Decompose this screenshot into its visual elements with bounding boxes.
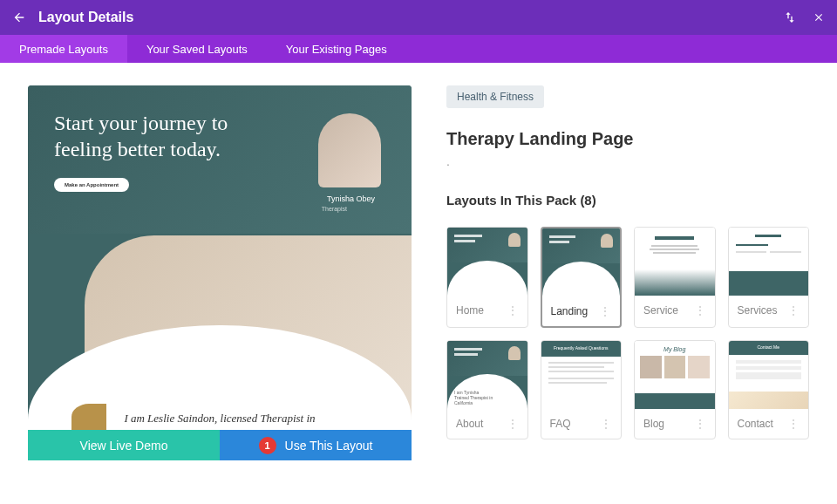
layout-name: Blog — [643, 418, 664, 430]
layout-card-contact[interactable]: Contact Me Contact ⋮ — [728, 340, 810, 439]
kebab-icon[interactable]: ⋮ — [787, 418, 800, 430]
layout-card-services[interactable]: Services ⋮ — [728, 227, 810, 328]
layout-name: Services — [738, 304, 778, 317]
header-title: Layout Details — [38, 10, 133, 25]
preview-bottom-text: I am Leslie Saindon, licensed Therapist … — [124, 412, 315, 426]
close-icon[interactable] — [813, 11, 825, 24]
layout-card-faq[interactable]: Frequently Asked Questions FAQ ⋮ — [541, 340, 623, 439]
layouts-grid: Home ⋮ Landing ⋮ — [446, 227, 809, 439]
preview-image: Start your journey to feeling better tod… — [28, 85, 412, 430]
back-icon[interactable] — [12, 10, 26, 24]
tab-premade-layouts[interactable]: Premade Layouts — [0, 35, 127, 63]
layout-name: Service — [643, 304, 678, 317]
pack-title: Layouts In This Pack (8) — [446, 193, 809, 208]
preview-avatar-name: Tynisha Obey — [327, 194, 375, 203]
preview-headline: Start your journey to feeling better tod… — [54, 110, 237, 162]
category-badge[interactable]: Health & Fitness — [446, 85, 544, 108]
kebab-icon[interactable]: ⋮ — [787, 304, 800, 317]
use-layout-label: Use This Layout — [285, 439, 373, 453]
layout-name: Contact — [738, 418, 773, 430]
use-layout-button[interactable]: 1 Use This Layout — [220, 430, 412, 460]
kebab-icon[interactable]: ⋮ — [507, 418, 519, 430]
tab-saved-layouts[interactable]: Your Saved Layouts — [127, 35, 267, 63]
preview-panel: Start your journey to feeling better tod… — [28, 85, 412, 460]
kebab-icon[interactable]: ⋮ — [694, 418, 706, 430]
sort-icon[interactable] — [783, 10, 797, 24]
layout-card-service[interactable]: Service ⋮ — [634, 227, 716, 328]
details-panel: Health & Fitness Therapy Landing Page . … — [446, 85, 809, 460]
layout-card-landing[interactable]: Landing ⋮ — [541, 227, 623, 328]
kebab-icon[interactable]: ⋮ — [600, 418, 612, 430]
layout-name: Landing — [551, 305, 589, 317]
preview-avatar — [318, 113, 381, 187]
preview-avatar-role: Therapist — [322, 206, 347, 212]
layout-name: Home — [456, 304, 484, 317]
layout-name: FAQ — [550, 418, 571, 430]
page-subtitle: . — [446, 154, 809, 168]
page-title: Therapy Landing Page — [446, 129, 809, 149]
layout-card-about[interactable]: I am TynishaTrained Therapist inCaliforn… — [446, 340, 528, 439]
kebab-icon[interactable]: ⋮ — [694, 304, 706, 317]
layout-card-home[interactable]: Home ⋮ — [446, 227, 528, 328]
layout-card-blog[interactable]: My Blog Blog ⋮ — [634, 340, 716, 439]
kebab-icon[interactable]: ⋮ — [507, 304, 519, 317]
step-badge: 1 — [259, 437, 276, 454]
layout-name: About — [456, 418, 483, 430]
view-demo-button[interactable]: View Live Demo — [28, 430, 220, 460]
tabs: Premade Layouts Your Saved Layouts Your … — [0, 35, 837, 63]
tab-existing-pages[interactable]: Your Existing Pages — [267, 35, 406, 63]
preview-cta: Make an Appointment — [54, 178, 129, 192]
kebab-icon[interactable]: ⋮ — [599, 305, 611, 317]
